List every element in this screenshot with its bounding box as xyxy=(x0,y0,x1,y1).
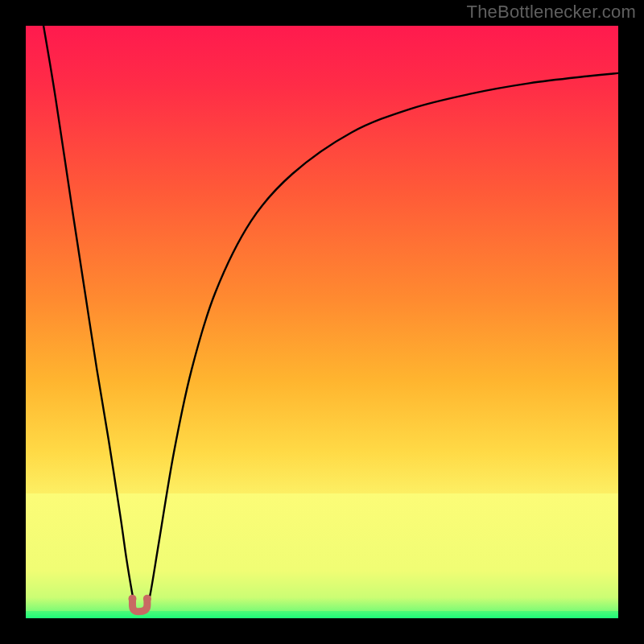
dip-marker-end xyxy=(128,595,136,603)
plot-area xyxy=(26,26,618,618)
bottleneck-curve-line xyxy=(43,26,618,611)
bottleneck-curve-svg xyxy=(26,26,618,618)
attribution-text: TheBottlenecker.com xyxy=(467,2,636,23)
chart-frame: TheBottlenecker.com xyxy=(0,0,644,644)
dip-marker xyxy=(128,595,151,612)
dip-marker-end xyxy=(143,595,151,603)
